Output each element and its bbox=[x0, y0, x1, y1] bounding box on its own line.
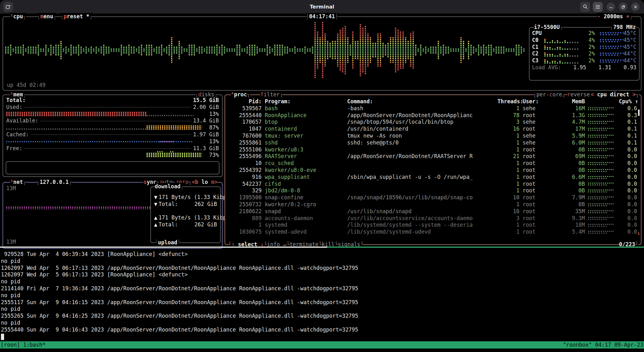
process-row[interactable]: 329jbd2/dm-0-81root0B0.0 bbox=[225, 187, 641, 194]
proc-user: sehe bbox=[523, 105, 555, 112]
proc-pid: 1 bbox=[228, 222, 262, 229]
interval-minus[interactable]: - bbox=[597, 13, 600, 20]
proc-threads: 1 bbox=[497, 174, 519, 181]
close-button[interactable] bbox=[631, 3, 640, 11]
proc-mem: 5.9M bbox=[558, 133, 585, 139]
proc-filter-button[interactable]: filter┌ bbox=[260, 91, 283, 99]
process-row[interactable]: 2555861sshdsshd: sehe@pts/01sehe6.0M0.1 bbox=[225, 139, 641, 146]
maximize-button[interactable] bbox=[619, 3, 627, 11]
proc-cpu-pct: 0.0 bbox=[619, 222, 637, 229]
process-row[interactable]: 2550732kworker/0:2-cgro1root0B0.0 bbox=[225, 201, 641, 208]
process-row[interactable]: 1030675systemd-udevd/lib/systemd/systemd… bbox=[225, 229, 641, 236]
window-titlebar: Terminal bbox=[0, 0, 644, 14]
process-row[interactable]: 889accounts-daemon/usr/lib/accountsservi… bbox=[225, 215, 641, 222]
shell-cursor[interactable] bbox=[1, 334, 4, 340]
proc-cpu-mini-graph bbox=[588, 181, 616, 186]
proc-mem: 69M bbox=[558, 153, 585, 160]
proc-program: systemd-udevd bbox=[265, 229, 344, 236]
mem-free-row: Free:11.3 GiB bbox=[3, 145, 222, 152]
proc-command: /usr/lib/snapd/snapd bbox=[347, 208, 494, 215]
proc-reverse-toggle[interactable]: reverse┌ bbox=[567, 91, 593, 99]
proc-mem: 35M bbox=[558, 208, 585, 215]
proc-cpu-pct: 0.0 bbox=[619, 174, 637, 181]
process-row[interactable]: 2180622snapd/usr/lib/snapd/snapd16root35… bbox=[225, 208, 641, 215]
minimize-icon bbox=[609, 5, 613, 9]
proc-program: tmux: server bbox=[265, 133, 344, 139]
proc-sort-selector[interactable]: < cpu direct >┐ bbox=[591, 91, 639, 99]
proc-percore-toggle[interactable]: ┐per-core┌ bbox=[533, 91, 565, 99]
proc-cpu-pct: 0.1 bbox=[619, 126, 637, 133]
process-row[interactable]: 1systemd/lib/systemd/systemd --system --… bbox=[225, 222, 641, 229]
proc-cpu-pct: 0.0 bbox=[619, 229, 637, 236]
proc-cpu-mini-graph bbox=[588, 230, 616, 235]
proc-cpu-mini-graph bbox=[588, 140, 616, 145]
process-row[interactable]: 2554392kworker/u8:0-eve1root0B0.0 bbox=[225, 167, 641, 174]
process-row[interactable]: 2555440RoonAppliance/app/RoonServer/Roon… bbox=[225, 112, 641, 119]
sort-arrow-icon: ↑ bbox=[635, 98, 638, 105]
proc-program: kworker/0:2-cgro bbox=[265, 201, 344, 208]
process-row[interactable]: 2555496RAATServer/app/RoonServer/RoonDot… bbox=[225, 153, 641, 160]
proc-scrollbar-thumb[interactable] bbox=[638, 110, 640, 116]
cpu-interval-control[interactable]: - 2000ms +┌ bbox=[597, 13, 633, 20]
proc-user: root bbox=[523, 208, 555, 215]
new-tab-button[interactable] bbox=[3, 2, 13, 12]
download-arrow-icon: ▼ bbox=[154, 194, 157, 201]
proc-mem: 0B bbox=[558, 187, 585, 194]
proc-table-body: 539567bash-bash1sehe16M0.62555440RoonApp… bbox=[225, 105, 641, 236]
net-io-box: download┌ ┘upload└ ▼171 Byte/s (1.33 Kib… bbox=[150, 186, 221, 243]
proc-program: snap-confine bbox=[265, 194, 344, 201]
proc-user: root bbox=[523, 126, 555, 133]
proc-command: /app/RoonServer/RoonDotnet/RAATServer R bbox=[347, 153, 494, 160]
process-row[interactable]: 542237cifsd1root0B0.0 bbox=[225, 181, 641, 188]
mem-free-graph: 73% bbox=[6, 152, 219, 159]
proc-pid: 1395500 bbox=[228, 194, 262, 201]
mem-used-row: Used:2.00 GiB bbox=[3, 104, 222, 111]
load-15m: 0.93 bbox=[611, 64, 636, 71]
proc-cpu-pct: 0.0 bbox=[619, 167, 637, 174]
proc-pid: 539567 bbox=[228, 105, 262, 112]
core-temp-graph bbox=[600, 59, 624, 63]
interval-plus[interactable]: + bbox=[626, 13, 630, 20]
proc-cpu-pct: 0.0 bbox=[619, 160, 637, 167]
process-row[interactable]: 916wpa_supplicant/sbin/wpa_supplicant -u… bbox=[225, 174, 641, 181]
proc-sort-column[interactable]: Cpu% ↑ bbox=[619, 98, 637, 105]
proc-program: btop bbox=[265, 119, 344, 126]
proc-pid: 170657 bbox=[228, 119, 262, 126]
proc-threads: 16 bbox=[497, 208, 519, 215]
core-temp-graph bbox=[600, 52, 624, 56]
process-row[interactable]: 539567bash-bash1sehe16M0.6 bbox=[225, 105, 641, 112]
search-button[interactable] bbox=[580, 2, 590, 12]
proc-box-title: ⁴proc┐ bbox=[231, 91, 250, 99]
process-row[interactable]: 10rcu_sched1root0B0.0 bbox=[225, 160, 641, 167]
proc-threads: 78 bbox=[497, 112, 519, 119]
core-usage-graph bbox=[544, 38, 582, 43]
proc-user: sehe bbox=[523, 119, 555, 126]
proc-threads: 1 bbox=[497, 187, 519, 194]
proc-cpu-pct: 0.0 bbox=[619, 146, 637, 153]
menu-button[interactable] bbox=[593, 2, 603, 12]
minimize-button[interactable] bbox=[607, 3, 615, 11]
proc-threads: 1 bbox=[497, 201, 519, 208]
mem-disks-pane bbox=[6, 161, 219, 174]
proc-cpu-mini-graph bbox=[588, 154, 616, 159]
download-speed: ▼171 Byte/s (1.33 Kibps) bbox=[151, 194, 220, 201]
process-row[interactable]: 2555106kworker/u8:31root0B0.0 bbox=[225, 146, 641, 153]
close-icon bbox=[634, 5, 637, 9]
process-row[interactable]: 1395500snap-confine/snap/snapd/18596/usr… bbox=[225, 194, 641, 201]
proc-program: jbd2/dm-0-8 bbox=[265, 187, 344, 194]
proc-program: systemd bbox=[265, 222, 344, 229]
pane-divider-left bbox=[0, 247, 327, 248]
process-row[interactable]: 170657btop/snap/btop/594/usr/local/bin/b… bbox=[225, 119, 641, 126]
proc-pid: 2555861 bbox=[228, 139, 262, 146]
upload-speed: ▲171 Byte/s (1.33 Kibps) bbox=[151, 214, 220, 221]
net-view-switch[interactable]: <b lo n> bbox=[192, 179, 218, 186]
process-row[interactable]: 1047containerd/usr/bin/containerd16root1… bbox=[225, 126, 641, 133]
tmux-session-window: [roon] 1:bash* bbox=[1, 342, 46, 349]
proc-command: -bash bbox=[347, 105, 494, 112]
proc-threads: 3 bbox=[497, 215, 519, 222]
proc-mem: 7.9M bbox=[558, 194, 585, 201]
mem-available-graph: 87% bbox=[6, 124, 219, 131]
proc-threads: 1 bbox=[497, 181, 519, 188]
process-row[interactable]: 767600tmux: servertmux new -As roon1sehe… bbox=[225, 133, 641, 139]
shell-output: 929528 Tue Apr 4 06:39:34 2023 [RoonAppl… bbox=[1, 251, 358, 333]
